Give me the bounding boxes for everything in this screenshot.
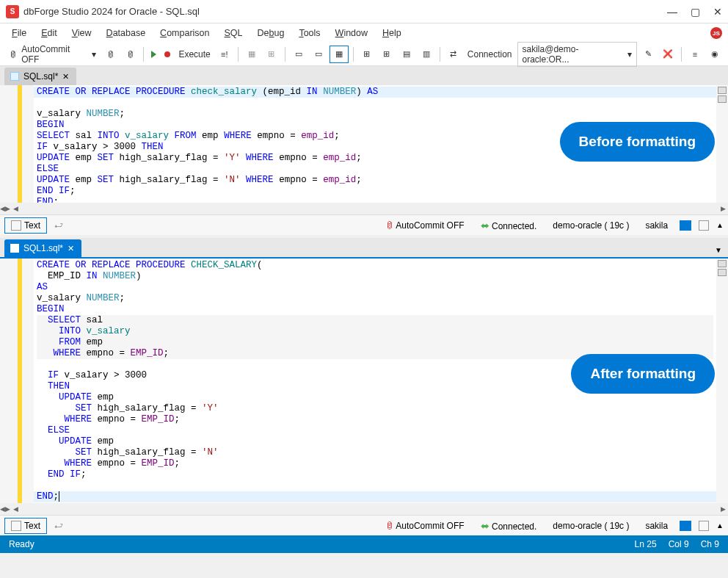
js-badge-icon[interactable]: JS [710, 27, 722, 39]
view-mode-2-icon[interactable] [699, 521, 709, 531]
execute-button[interactable] [148, 48, 159, 60]
conn-edit-button[interactable]: ✎ [639, 46, 657, 62]
menu-debug[interactable]: Debug [252, 26, 291, 40]
connection-label: Connection [465, 47, 515, 62]
toolbar: 🛢 AutoCommit OFF ▾ 🛢 🛢 Execute ≡! ▦ ⊞ ▭ … [0, 43, 728, 66]
menu-view[interactable]: View [66, 26, 98, 40]
menu-comparison[interactable]: Comparison [154, 26, 215, 40]
footer-autocommit[interactable]: 🛢 AutoCommit OFF [381, 519, 469, 533]
editor-footer-1: Text ⮐ 🛢 AutoCommit OFF ⬌ Connected. dem… [0, 214, 728, 235]
file-icon [10, 72, 19, 81]
view-mode-1-icon[interactable] [680, 521, 691, 531]
editor-pane-2[interactable]: CREATE OR REPLACE PROCEDURE CHECK_SALARY… [0, 257, 728, 503]
menu-help[interactable]: Help [376, 26, 407, 40]
status-bar: Ready Ln 25 Col 9 Ch 9 [0, 535, 728, 553]
layout4-button[interactable]: ▥ [418, 46, 435, 62]
footer-schema[interactable]: sakila [641, 218, 672, 233]
chevron-up-icon[interactable]: ▲ [716, 221, 724, 229]
outline-gutter [22, 259, 34, 503]
fold-gutter[interactable] [0, 259, 18, 503]
outline-gutter [22, 85, 34, 203]
menu-database[interactable]: Database [101, 26, 152, 40]
text-view-icon [11, 220, 21, 231]
footer-connected: ⬌ Connected. [476, 518, 542, 534]
layout1-button[interactable]: ⊞ [358, 46, 376, 62]
view3-button[interactable]: ▦ [330, 46, 349, 63]
tab-overflow-dropdown[interactable]: ▼ [709, 243, 728, 257]
layout2-button[interactable]: ⊞ [378, 46, 396, 62]
view2-button[interactable]: ▭ [310, 46, 327, 62]
after-formatting-badge: After formatting [571, 354, 715, 394]
grid1-button[interactable]: ▦ [243, 46, 261, 62]
menu-window[interactable]: Window [330, 26, 374, 40]
split-buttons-2[interactable] [716, 259, 728, 503]
view1-button[interactable]: ▭ [290, 46, 307, 62]
footer-server[interactable]: demo-oracle ( 19c ) [548, 218, 633, 233]
grid2-button[interactable]: ⊞ [263, 46, 280, 62]
tab-sql1-sql[interactable]: SQL1.sql* ✕ [4, 239, 81, 257]
menu-tools[interactable]: Tools [293, 26, 326, 40]
execute-to-cursor-button[interactable]: ≡! [216, 46, 233, 62]
tab-label: SQL1.sql* [23, 243, 63, 253]
menu-file[interactable]: File [6, 26, 32, 40]
execute-text-button[interactable]: Execute [175, 47, 213, 62]
autocommit-toggle-button[interactable]: 🛢 AutoCommit OFF ▾ [4, 42, 99, 67]
file-icon [10, 244, 19, 253]
autocommit-icon: 🛢 [7, 48, 19, 60]
text-view-button[interactable]: Text [4, 518, 47, 534]
wrap-icon[interactable]: ⮐ [54, 220, 63, 231]
split-buttons-1[interactable] [716, 85, 728, 203]
menu-bar: File Edit View Database Comparison SQL D… [0, 24, 728, 43]
layout3-button[interactable]: ▤ [398, 46, 415, 62]
tab-label: SQL.sql* [23, 71, 58, 82]
misc2-button[interactable]: ◉ [706, 46, 724, 62]
play-icon [151, 51, 156, 58]
maximize-button[interactable]: ▢ [691, 6, 700, 18]
minimize-button[interactable]: — [667, 6, 677, 18]
chevron-up-icon[interactable]: ▲ [716, 521, 724, 530]
app-logo-icon: S [6, 5, 19, 18]
stop-icon [164, 51, 170, 57]
window-title: dbForge Studio 2024 for Oracle - SQL.sql [23, 6, 200, 17]
conn-disconnect-button[interactable]: ❌ [659, 46, 677, 62]
view-mode-2-icon[interactable] [699, 220, 709, 231]
hscrollbar-1[interactable]: ◀▶◀▶ [0, 203, 728, 214]
connection-dropdown[interactable]: sakila@demo-oracle:OR... ▾ [517, 42, 638, 67]
view-mode-1-icon[interactable] [680, 220, 691, 231]
title-bar: S dbForge Studio 2024 for Oracle - SQL.s… [0, 0, 728, 24]
connected-icon: ⬌ [481, 220, 489, 231]
footer-server[interactable]: demo-oracle ( 19c ) [548, 519, 633, 533]
editor-pane-1[interactable]: CREATE OR REPLACE PROCEDURE check_salary… [0, 85, 728, 203]
status-ready: Ready [9, 539, 34, 549]
status-col: Col 9 [669, 539, 689, 549]
footer-autocommit[interactable]: 🛢 AutoCommit OFF [381, 218, 469, 233]
close-button[interactable]: ✕ [713, 6, 722, 18]
misc1-button[interactable]: ≡ [686, 46, 704, 62]
stop-button[interactable] [161, 49, 173, 59]
tab-bar-1: SQL.sql* ✕ [0, 66, 728, 85]
before-formatting-badge: Before formatting [560, 122, 715, 162]
tab-close-icon[interactable]: ✕ [68, 244, 74, 253]
hscrollbar-2[interactable]: ◀▶◀▶ [0, 503, 728, 515]
status-ln: Ln 25 [635, 539, 657, 549]
text-view-button[interactable]: Text [4, 217, 47, 234]
text-view-icon [11, 521, 21, 531]
wrap-icon[interactable]: ⮐ [54, 521, 63, 531]
db-button[interactable]: 🛢 [121, 46, 139, 62]
tab-close-icon[interactable]: ✕ [62, 72, 69, 82]
connection-icon[interactable]: ⇄ [445, 46, 462, 62]
tab-bar-2: SQL1.sql* ✕ ▼ [0, 238, 728, 257]
menu-edit[interactable]: Edit [35, 26, 63, 40]
menu-sql[interactable]: SQL [219, 26, 249, 40]
status-ch: Ch 9 [701, 539, 719, 549]
editor-footer-2: Text ⮐ 🛢 AutoCommit OFF ⬌ Connected. dem… [0, 515, 728, 535]
footer-connected: ⬌ Connected. [476, 217, 542, 234]
footer-schema[interactable]: sakila [641, 519, 672, 533]
tab-sql-sql[interactable]: SQL.sql* ✕ [4, 68, 76, 85]
fold-gutter[interactable] [0, 85, 18, 203]
db-refresh-button[interactable]: 🛢 [101, 46, 119, 62]
connected-icon: ⬌ [481, 520, 489, 532]
